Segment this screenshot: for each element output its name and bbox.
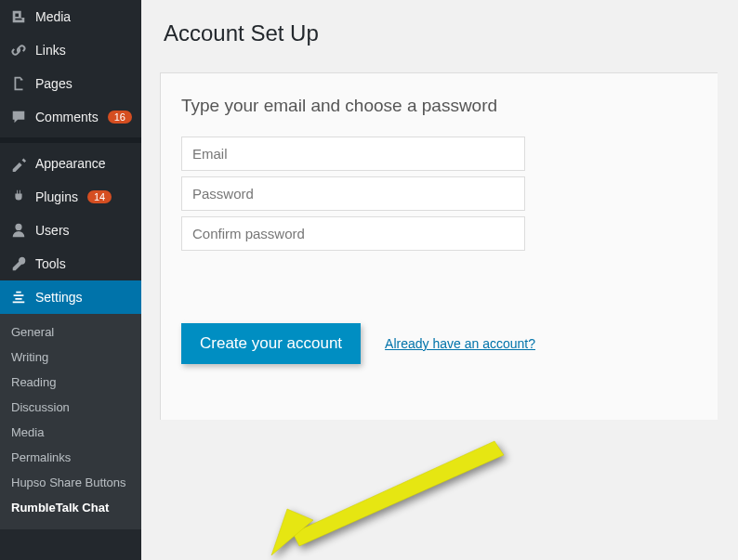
svg-marker-0 xyxy=(293,441,504,546)
page-icon xyxy=(9,74,28,93)
annotation-arrow-icon xyxy=(267,436,508,557)
user-icon xyxy=(9,221,28,240)
comment-icon xyxy=(9,108,28,126)
sidebar-item-tools[interactable]: Tools xyxy=(0,247,141,280)
sidebar-item-label: Users xyxy=(35,223,70,238)
settings-icon xyxy=(9,288,28,306)
sidebar-item-label: Links xyxy=(35,43,66,58)
sidebar-item-label: Appearance xyxy=(35,156,106,171)
submenu-item-hupso[interactable]: Hupso Share Buttons xyxy=(0,470,141,495)
submenu-item-writing[interactable]: Writing xyxy=(0,345,141,370)
sidebar-item-label: Media xyxy=(35,9,71,24)
plugins-badge: 14 xyxy=(87,190,112,203)
sidebar-item-comments[interactable]: Comments 16 xyxy=(0,100,141,134)
sidebar-item-users[interactable]: Users xyxy=(0,214,141,247)
plugin-icon xyxy=(9,188,28,206)
svg-marker-1 xyxy=(271,509,313,555)
create-account-button[interactable]: Create your account xyxy=(181,323,361,364)
already-have-account-link[interactable]: Already have an account? xyxy=(385,336,535,351)
panel-heading: Type your email and choose a password xyxy=(181,96,697,116)
submenu-item-permalinks[interactable]: Permalinks xyxy=(0,445,141,470)
link-icon xyxy=(9,41,28,59)
confirm-password-field[interactable] xyxy=(181,216,525,251)
account-setup-panel: Type your email and choose a password Cr… xyxy=(160,72,718,420)
submenu-item-media[interactable]: Media xyxy=(0,420,141,445)
action-row: Create your account Already have an acco… xyxy=(181,323,697,364)
sidebar-item-settings[interactable]: Settings xyxy=(0,280,141,314)
submenu-item-reading[interactable]: Reading xyxy=(0,370,141,395)
media-icon xyxy=(9,7,28,26)
sidebar-item-label: Settings xyxy=(35,290,83,305)
submenu-item-general[interactable]: General xyxy=(0,319,141,345)
sidebar-item-label: Plugins xyxy=(35,189,78,204)
submenu-item-rumbletalk[interactable]: RumbleTalk Chat xyxy=(0,495,141,520)
appearance-icon xyxy=(9,154,28,173)
page-title: Account Set Up xyxy=(164,20,718,46)
sidebar-item-pages[interactable]: Pages xyxy=(0,67,141,100)
signup-form xyxy=(181,137,525,251)
admin-sidebar: Media Links Pages Comments 16 xyxy=(0,0,141,560)
sidebar-item-links[interactable]: Links xyxy=(0,33,141,67)
submenu-item-discussion[interactable]: Discussion xyxy=(0,395,141,420)
sidebar-item-media[interactable]: Media xyxy=(0,0,141,33)
comments-badge: 16 xyxy=(108,111,132,124)
sidebar-item-plugins[interactable]: Plugins 14 xyxy=(0,180,141,214)
sidebar-item-label: Comments xyxy=(35,110,99,124)
sidebar-item-label: Tools xyxy=(35,256,66,271)
tool-icon xyxy=(9,254,28,273)
sidebar-item-label: Pages xyxy=(35,76,72,91)
sidebar-item-appearance[interactable]: Appearance xyxy=(0,147,141,180)
content-area: Account Set Up Type your email and choos… xyxy=(141,0,738,560)
settings-submenu: General Writing Reading Discussion Media… xyxy=(0,314,141,529)
sidebar-separator xyxy=(0,137,141,143)
email-field[interactable] xyxy=(181,137,525,171)
password-field[interactable] xyxy=(181,176,525,211)
